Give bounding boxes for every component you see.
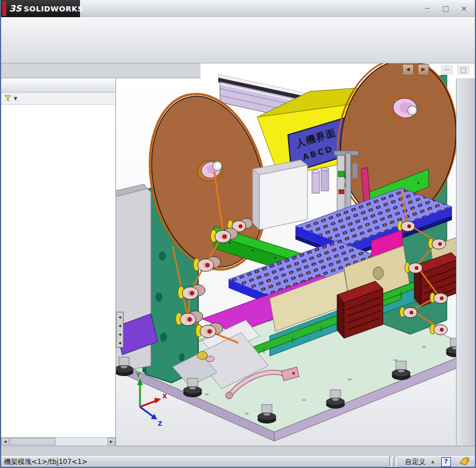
- doc-minimize-button[interactable]: ─: [441, 65, 453, 75]
- titlebar: ЗS SOLIDWORKS ─ □ ×: [1, 0, 475, 17]
- document-window-controls: ◀ ▶ ─ □ ×: [402, 64, 476, 75]
- tag-icon[interactable]: [459, 457, 470, 466]
- solidworks-window: 人機界面 ABCD: [0, 0, 476, 468]
- logo-prefix: ЗS: [9, 3, 21, 14]
- command-manager: [1, 17, 475, 63]
- doc-close-button[interactable]: ×: [474, 65, 476, 75]
- feature-manager-panel: ▼ ◀ ▶: [1, 78, 116, 446]
- units-label[interactable]: 自定义: [405, 457, 426, 467]
- model-tabs-bar: [1, 446, 475, 456]
- minimize-button[interactable]: ─: [421, 3, 434, 14]
- filter-dropdown-icon[interactable]: ▼: [14, 96, 17, 101]
- axis-y-label: Y: [135, 371, 141, 379]
- status-bar: 機架模塊<1>/tbj107<1> 自定义 ▲ ?: [1, 456, 475, 468]
- close-button[interactable]: ×: [458, 3, 470, 14]
- pane-left-icon[interactable]: ◀: [402, 64, 414, 75]
- tree-filter[interactable]: ▼: [1, 93, 115, 105]
- 3d-viewport[interactable]: 人機界面 ABCD: [115, 63, 476, 446]
- pane-right-icon[interactable]: ▶: [418, 64, 429, 75]
- feature-tree: [1, 105, 115, 438]
- axis-x-label: X: [162, 393, 167, 400]
- units-dropdown-icon[interactable]: ▲: [431, 459, 434, 464]
- search-icon[interactable]: [85, 3, 96, 14]
- panel-splitter-handle[interactable]: ◀◀◀◀: [116, 312, 123, 347]
- task-pane: [456, 78, 475, 446]
- command-manager-tabs: [1, 63, 201, 78]
- filter-funnel-icon: [3, 94, 13, 103]
- doc-restore-button[interactable]: □: [457, 65, 470, 75]
- control-cabinet: [253, 160, 307, 230]
- status-help-icon[interactable]: ?: [441, 457, 451, 467]
- window-controls: ─ □ ×: [421, 3, 470, 14]
- restore-button[interactable]: □: [439, 3, 452, 14]
- scroll-left-icon[interactable]: ◀: [1, 438, 9, 445]
- logo-accent: [2, 1, 6, 16]
- app-logo: ЗS SOLIDWORKS: [1, 0, 80, 17]
- scroll-right-icon[interactable]: ▶: [107, 438, 115, 445]
- scrollbar-thumb[interactable]: [10, 438, 55, 445]
- tree-horizontal-scrollbar[interactable]: ◀ ▶: [1, 437, 115, 446]
- axis-z-label: Z: [158, 420, 162, 427]
- logo-text: SOLIDWORKS: [23, 5, 83, 13]
- panel-tabs: [1, 78, 115, 93]
- status-message: 機架模塊<1>/tbj107<1>: [1, 457, 389, 467]
